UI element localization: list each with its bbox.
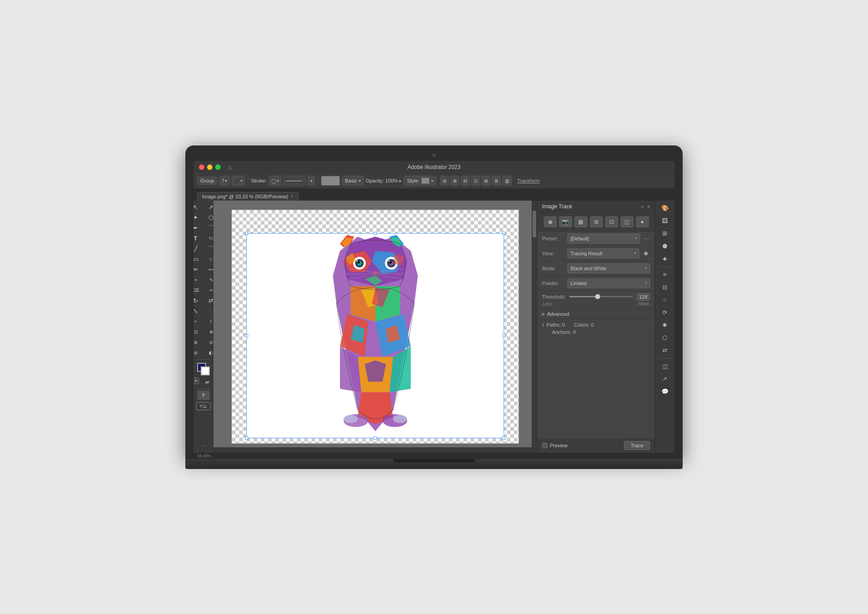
perspective-grid-btn[interactable]: ⊞ xyxy=(193,337,203,347)
canvas-area[interactable] xyxy=(213,201,537,453)
threshold-less-label: Less xyxy=(543,301,552,306)
more-tools-btn[interactable]: ··· xyxy=(196,441,211,451)
rp-layer-btn[interactable]: ◫ xyxy=(658,361,672,372)
svg-marker-41 xyxy=(365,361,386,382)
high-fidelity-btn[interactable]: 📷 xyxy=(559,216,572,227)
vertical-scrollbar[interactable] xyxy=(532,201,537,453)
rp-image-btn[interactable]: 🖼 xyxy=(658,215,672,227)
panel-title: Image Trace xyxy=(542,203,572,210)
selection-tool-btn[interactable]: ↖ xyxy=(193,202,203,212)
rp-transform-btn[interactable]: ⟳ xyxy=(658,307,672,319)
type-tool-btn[interactable]: T xyxy=(193,234,203,244)
rp-circle-btn[interactable]: ○ xyxy=(658,294,672,306)
preset-value: [Default] xyxy=(571,236,589,241)
preset-dropdown[interactable]: [Default] ▾ xyxy=(567,234,640,244)
align-btn-3[interactable]: ⊟ xyxy=(461,176,470,186)
scale-btn[interactable]: ⤡ xyxy=(193,306,203,316)
stats-row-2: Anchors: 0 xyxy=(542,329,650,335)
align-btn-5[interactable]: ⊞ xyxy=(481,176,491,186)
help-btn[interactable]: ? xyxy=(197,391,210,400)
line-segment-btn[interactable]: ╱ xyxy=(193,244,203,254)
transform-link[interactable]: Transform xyxy=(517,178,540,183)
toolbar-divider-2 xyxy=(318,176,318,185)
panel-expand-btn[interactable]: ≡ xyxy=(641,204,643,209)
opacity-control[interactable]: Opacity: 100% ▶ xyxy=(366,178,402,183)
basic-dropdown[interactable]: Basic ▾ xyxy=(342,176,364,186)
6-colors-btn[interactable]: ⊞ xyxy=(590,216,603,227)
auto-color-btn[interactable]: ◉ xyxy=(544,216,557,227)
threshold-slider[interactable] xyxy=(569,296,633,297)
rp-square-btn[interactable]: ⊟ xyxy=(658,281,672,293)
free-transform-btn[interactable]: ⊡ xyxy=(193,327,203,337)
shaper-btn[interactable]: ⌖ xyxy=(193,275,203,285)
tab-close-btn[interactable]: × xyxy=(291,194,293,199)
preview-checkbox[interactable] xyxy=(542,443,547,448)
magic-wand-btn[interactable]: ✦ xyxy=(193,213,203,223)
style-dropdown[interactable]: Style: ▾ xyxy=(404,176,436,186)
mode-dropdown[interactable]: Black and White ▾ xyxy=(567,263,650,273)
rp-comment-btn[interactable]: 💬 xyxy=(658,386,672,398)
trace-button[interactable]: Trace xyxy=(624,441,650,450)
stroke-dropdown[interactable]: ◯▾ xyxy=(269,176,282,186)
preset-options-btn[interactable]: ⋯ xyxy=(643,235,650,242)
stats-info-icon[interactable]: ℹ xyxy=(542,322,544,328)
rotate-btn[interactable]: ↻ xyxy=(193,296,203,306)
main-toolbar: Group ?▾ ⬛▾ Stroke: ◯▾ xyxy=(193,173,675,189)
close-button[interactable] xyxy=(199,164,204,170)
vertical-thumb[interactable] xyxy=(533,211,536,238)
rp-share-btn[interactable]: ↗ xyxy=(658,373,672,385)
align-btn-2[interactable]: ⊞ xyxy=(450,176,459,186)
align-btn-1[interactable]: ⊟ xyxy=(440,176,449,186)
preview-checkbox-group[interactable]: Preview xyxy=(542,443,567,448)
stroke-fill-indicator[interactable] xyxy=(197,363,210,375)
rectangle-btn[interactable]: ▭ xyxy=(193,254,203,264)
silhouette-btn[interactable]: ● xyxy=(636,216,649,227)
16-colors-btn[interactable]: ⊡ xyxy=(605,216,618,227)
tab-image[interactable]: Image.png* @ 33,33 % (RGB/Preview) × xyxy=(197,192,298,201)
none-btn[interactable]: ⊘ xyxy=(193,378,199,384)
3-colors-btn[interactable]: ▦ xyxy=(575,216,587,227)
minimize-button[interactable] xyxy=(207,164,212,170)
threshold-value[interactable]: 128 xyxy=(637,293,650,300)
view-eye-btn[interactable]: ◉ xyxy=(642,249,650,258)
align-btn-4[interactable]: ⊡ xyxy=(471,176,480,186)
toolbar-question-btn[interactable]: ?▾ xyxy=(219,176,230,186)
rp-link-btn[interactable]: ⇄ xyxy=(658,345,672,356)
mode-arrow-icon: ▾ xyxy=(645,266,647,270)
color-swatch[interactable] xyxy=(321,176,340,186)
advanced-section[interactable]: ▶ Advanced xyxy=(538,309,655,319)
home-icon[interactable]: ⌂ xyxy=(228,164,231,171)
stroke-color-box[interactable] xyxy=(201,366,210,375)
view-value: Tracing Result xyxy=(571,251,603,256)
maximize-button[interactable] xyxy=(215,164,221,170)
horizontal-scrollbar[interactable] xyxy=(213,447,532,453)
warp-btn[interactable]: ≈ xyxy=(193,317,203,327)
rp-3d-btn[interactable]: ⬡ xyxy=(658,332,672,344)
mesh-btn[interactable]: ⊞ xyxy=(193,348,203,358)
paintbrush-btn[interactable]: ✏ xyxy=(193,265,203,275)
grayscale-btn[interactable]: ◫ xyxy=(621,216,633,227)
align-btn-7[interactable]: ▥ xyxy=(502,176,512,186)
swap-colors-btn[interactable]: ⇄ xyxy=(200,378,214,388)
view-arrow-icon: ▾ xyxy=(634,251,636,255)
view-dropdown[interactable]: Tracing Result ▾ xyxy=(567,248,639,258)
threshold-thumb[interactable] xyxy=(595,294,600,299)
palette-value: Limited xyxy=(571,281,586,286)
paths-stat: Paths: 0 xyxy=(547,322,565,328)
rp-align-btn[interactable]: ≡ xyxy=(658,269,672,281)
advanced-header[interactable]: ▶ Advanced xyxy=(542,311,650,317)
rp-sun-btn[interactable]: ✺ xyxy=(658,319,672,331)
panel-close-btn[interactable]: × xyxy=(647,204,650,209)
rp-grid-btn[interactable]: ⊞ xyxy=(658,228,672,239)
rp-clover-btn[interactable]: ♣ xyxy=(658,253,672,265)
stroke-options-btn[interactable]: ▾ xyxy=(308,176,315,186)
toolbar-color-btn[interactable]: ⬛▾ xyxy=(231,176,245,186)
color-section xyxy=(197,363,210,375)
draw-mode-btn[interactable]: ⊓⊒ xyxy=(196,402,211,410)
rp-palette-btn[interactable]: 🎨 xyxy=(658,202,672,214)
pen-tool-btn[interactable]: ✒ xyxy=(193,223,203,233)
eraser-btn[interactable]: ⌫ xyxy=(193,286,203,295)
align-btn-6[interactable]: ⊞ xyxy=(492,176,501,186)
palette-dropdown[interactable]: Limited ▾ xyxy=(567,278,650,288)
rp-shape-btn[interactable]: ⬟ xyxy=(658,240,672,252)
